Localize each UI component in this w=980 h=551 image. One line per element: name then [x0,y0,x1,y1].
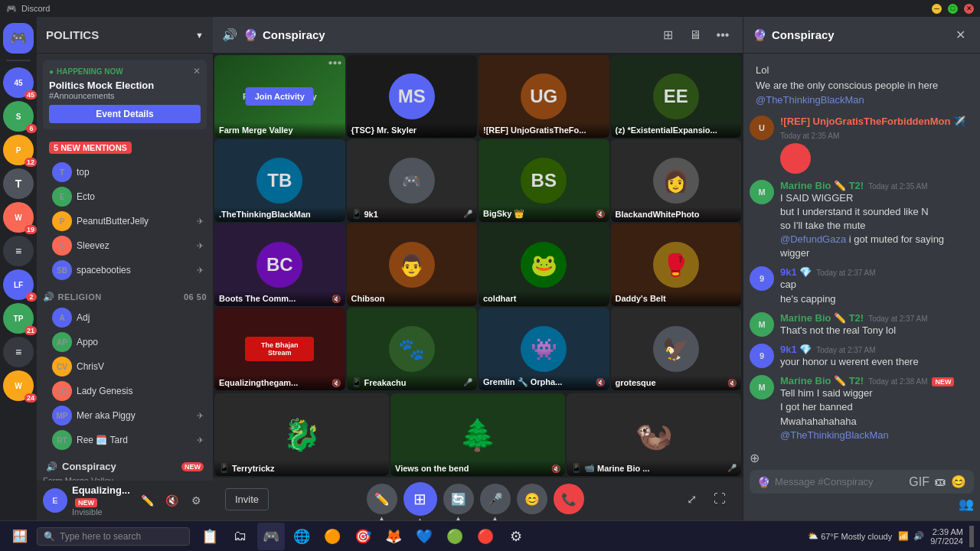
expand-button[interactable]: ⤢ [681,488,703,510]
plus-icon[interactable]: ⊕ [750,451,760,465]
footer-deafen-icon[interactable]: 🔇 [161,490,182,511]
close-icon[interactable]: ✕ [193,66,201,77]
video-cell-grotesque[interactable]: 🦅 grotesque 🔇 [611,308,742,390]
channel-item-sleevez[interactable]: S Sleevez ✈ [40,233,210,258]
maximize-button[interactable]: □ [948,4,958,14]
join-activity-button[interactable]: Join Activity [246,87,314,106]
share-button[interactable]: 🔄 [443,484,474,514]
taskbar-app-3[interactable]: 🌐 [288,523,315,550]
video-cell-coldhart[interactable]: 🐸 coldhart [479,223,609,306]
more-options-button[interactable]: ••• [712,24,733,46]
mentions-badge[interactable]: 5 NEW MENTIONS [49,142,132,154]
bwphoto-avatar: 👩 [653,158,699,204]
server-icon-3[interactable]: P 12 [3,135,34,165]
taskbar-app-discord[interactable]: 🎮 [257,523,285,550]
event-details-button[interactable]: Event Details [49,105,201,123]
grid-button[interactable]: ⊞ [403,482,437,516]
server-icon-6[interactable]: ≡ [3,236,34,266]
server-icon-7[interactable]: LF 2 [3,269,34,300]
server-bar: 🎮 45 45 S 6 P 12 T W 19 ≡ LF 2 TP 21 ≡ [0,17,37,520]
channel-item-ecto[interactable]: E Ecto [40,184,210,209]
chat-avatar-marinebio3: M [750,375,774,399]
show-desktop-button[interactable] [969,526,974,547]
grid-btn-wrap: ⊞ ▲ [403,482,437,516]
sticker-icon[interactable]: 🎟 [934,475,946,489]
conspiracy-channel[interactable]: 🔊 Conspiracy NEW [40,458,210,474]
close-button[interactable]: ✕ [964,4,974,14]
emoji-picker-icon[interactable]: 😊 [951,474,966,489]
channel-item-top[interactable]: T top [40,160,210,184]
chat-member-icon[interactable]: 👥 [959,497,974,511]
video-cell-equalizing[interactable]: The Bhajan Stream Equalizingthegam... 🔇 [214,308,345,390]
end-call-button[interactable]: 📞 [554,484,584,514]
channel-item-appo[interactable]: AP Appo [40,330,210,354]
video-cell-daddys-belt[interactable]: 🥊 Daddy's Belt [611,223,742,306]
video-cell-freakachu[interactable]: 🐾 📱 Freakachu 🎤 [347,308,478,390]
taskbar-app-4[interactable]: 🟠 [318,523,346,550]
taskbar-app-10[interactable]: ⚙ [502,523,530,550]
taskbar-search-box[interactable]: 🔍 Type here to search [37,527,190,546]
video-cell-bwphoto[interactable]: 👩 BlackandWhitePhoto [611,139,742,222]
chibson-label: Chibson [347,291,478,306]
video-cell-thinking[interactable]: TB .TheThinkingBlackMan [214,139,345,222]
emoji-button[interactable]: 😊 [517,484,547,514]
channel-avatar-reetard: RT [52,430,72,450]
server-icon-4[interactable]: T [3,168,34,199]
taskbar-app-6[interactable]: 🦊 [380,523,407,550]
server-icon-5[interactable]: W 19 [3,202,34,233]
channel-item-spacebooties[interactable]: SB spacebooties ✈ [40,258,210,282]
taskbar-network-icon[interactable]: 📶 [898,531,909,541]
channel-item-reetard[interactable]: RT Ree 🗓️ Tard ✈ [40,428,210,452]
screen-share-header-button[interactable]: 🖥 [684,24,706,46]
start-button[interactable]: 🪟 [6,526,34,546]
mute-button[interactable]: 🎤 [480,484,511,514]
religion-category[interactable]: 🔊 Religion 06 50 [37,289,213,305]
video-bottom-cell-marinebio[interactable]: 🦦 📱 📹 Marine Bio ... 🎤 [567,393,741,476]
invite-button[interactable]: Invite [225,488,269,510]
taskbar-app-7[interactable]: 💙 [410,523,438,550]
taskbar-app-8[interactable]: 🟢 [441,523,469,550]
channel-name-merakapiggy: Mer aka Piggy [77,410,136,421]
channel-item-ladygenesis[interactable]: LG Lady Genesis [40,379,210,403]
server-icon-discord[interactable]: 🎮 [3,23,34,54]
chat-close-button[interactable]: ✕ [949,24,971,46]
server-icon-10[interactable]: W 24 [3,370,34,401]
video-cell-activity[interactable]: Farm Merge Valley Farm Merge Valley Join… [214,55,345,138]
server-icon-8[interactable]: TP 21 [3,303,34,334]
taskbar-app-9[interactable]: 🔴 [472,523,499,550]
footer-settings-button[interactable]: ⚙ [185,490,207,511]
video-cell-unjo[interactable]: UG ![REF] UnjoGratisTheFo... [479,55,609,138]
channel-item-merakapiggy[interactable]: MP Mer aka Piggy ✈ [40,403,210,428]
channel-item-pbj[interactable]: P PeanutButterJelly ✈ [40,209,210,233]
taskbar-sound-icon[interactable]: 🔊 [913,531,924,541]
titlebar-controls[interactable]: ─ □ ✕ [932,4,974,14]
chat-input[interactable] [775,476,904,487]
video-cell-bigsky[interactable]: BS BigSky 👑 🔇 [479,139,609,222]
gif-icon[interactable]: GIF [909,475,929,489]
server-icon-1[interactable]: 45 45 [3,67,34,98]
server-icon-9[interactable]: ≡ [3,337,34,367]
server-name-header[interactable]: POLITICS ▼ [37,17,213,54]
grid-view-button[interactable]: ⊞ [657,24,678,46]
channel-item-adj[interactable]: A Adj [40,305,210,330]
video-cell-boots[interactable]: BC Boots The Comm... 🔇 [214,223,345,306]
taskbar-app-1[interactable]: 📋 [196,523,224,550]
taskbar-app-5[interactable]: 🎯 [349,523,377,550]
fullscreen-button[interactable]: ⛶ [709,488,730,510]
video-cell-chibson[interactable]: 👨 Chibson [347,223,478,306]
pencil-button[interactable]: ✏️ [367,484,397,514]
video-cell-9k1[interactable]: 🎮 📱 9k1 🎤 [347,139,478,222]
footer-settings-icon[interactable]: ✏️ [136,490,158,511]
video-cell-existential[interactable]: EE (z) *ExistentialExpansio... [611,55,742,138]
video-bottom-cell-views[interactable]: 🌲 Views on the bend 🔇 [390,393,565,476]
taskbar-app-2[interactable]: 🗂 [227,523,254,550]
video-bottom-cell-terry[interactable]: 🐉 📱 Terrytrickz [214,393,389,476]
video-cell-gremlin[interactable]: 👾 Gremlin 🔧 Orpha... 🔇 [479,308,609,390]
server-icon-2[interactable]: S 6 [3,101,34,132]
channel-item-chrisv[interactable]: CV ChrisV [40,354,210,379]
9k1-cell-avatar: 🎮 [389,158,435,204]
minimize-button[interactable]: ─ [932,4,942,14]
chat-content-9k1-2: 9k1 💎 Today at 2:37 AM your honor u were… [780,344,974,369]
bigsky-icons: 🔇 [596,210,605,218]
video-cell-mrskyler[interactable]: MS {TSC} Mr. Skyler [347,55,478,138]
